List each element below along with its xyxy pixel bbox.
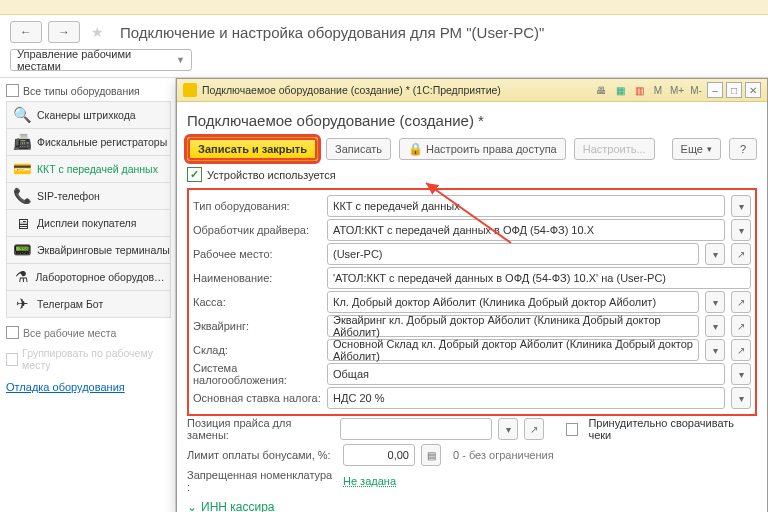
sidebar-category[interactable]: ✈Телеграм Бот bbox=[6, 290, 171, 318]
modal-heading: Подключаемое оборудование (создание) * bbox=[187, 112, 757, 129]
open-icon[interactable]: ↗ bbox=[731, 291, 751, 313]
sklad-field[interactable]: Основной Склад кл. Добрый доктор Айболит… bbox=[327, 339, 699, 361]
kassa-field[interactable]: Кл. Добрый доктор Айболит (Клиника Добры… bbox=[327, 291, 699, 313]
save-button[interactable]: Записать bbox=[326, 138, 391, 160]
nav-back[interactable]: ← bbox=[10, 21, 42, 43]
type-field[interactable]: ККТ с передачей данных bbox=[327, 195, 725, 217]
taxsys-field[interactable]: Общая bbox=[327, 363, 725, 385]
category-label: ККТ с передачей данных bbox=[37, 163, 158, 175]
dropdown-icon[interactable]: ▾ bbox=[705, 339, 725, 361]
inn-section-toggle[interactable]: ⌄ИНН кассира bbox=[187, 500, 757, 512]
taxrate-field[interactable]: НДС 20 % bbox=[327, 387, 725, 409]
category-icon: 📞 bbox=[7, 187, 37, 205]
sidebar-category[interactable]: ⚗Лабороторное оборудование bbox=[6, 263, 171, 290]
category-icon: ⚗ bbox=[7, 268, 35, 286]
category-icon: 📟 bbox=[7, 241, 37, 259]
bonus-field[interactable]: 0,00 bbox=[343, 444, 415, 466]
category-icon: ✈ bbox=[7, 295, 37, 313]
driver-field[interactable]: АТОЛ:ККТ с передачей данных в ОФД (54-ФЗ… bbox=[327, 219, 725, 241]
category-label: Сканеры штрихкода bbox=[37, 109, 136, 121]
group-by-check[interactable]: Группировать по рабочему месту bbox=[6, 347, 171, 371]
highlighted-form-block: Тип оборудования:ККТ с передачей данных▾… bbox=[187, 188, 757, 416]
workplace-field[interactable]: (User-PC) bbox=[327, 243, 699, 265]
dropdown-icon[interactable]: ▾ bbox=[731, 195, 751, 217]
star-icon[interactable]: ★ bbox=[86, 22, 108, 42]
app-icon bbox=[183, 83, 197, 97]
dropdown-icon[interactable]: ▾ bbox=[498, 418, 518, 440]
lock-icon: 🔒 bbox=[408, 142, 423, 156]
modal-configure: Настроить... bbox=[574, 138, 655, 160]
category-label: Эквайринговые терминалы bbox=[37, 244, 170, 256]
dropdown-icon[interactable]: ▾ bbox=[705, 243, 725, 265]
category-icon: 🔍 bbox=[7, 106, 37, 124]
dropdown-icon[interactable]: ▾ bbox=[705, 315, 725, 337]
pricelist-field[interactable] bbox=[340, 418, 492, 440]
sidebar-category[interactable]: 📟Эквайринговые терминалы bbox=[6, 236, 171, 263]
category-label: Лабороторное оборудование bbox=[35, 271, 170, 283]
device-used-check[interactable]: ✓ Устройство используется bbox=[187, 167, 757, 182]
sidebar-category[interactable]: 🖥Дисплеи покупателя bbox=[6, 209, 171, 236]
dropdown-icon[interactable]: ▾ bbox=[705, 291, 725, 313]
stepper-icon[interactable]: ▤ bbox=[421, 444, 441, 466]
category-label: Дисплеи покупателя bbox=[37, 217, 136, 229]
equipment-modal: Подключаемое оборудование (создание) * (… bbox=[176, 78, 768, 512]
open-icon[interactable]: ↗ bbox=[731, 339, 751, 361]
category-label: Телеграм Бот bbox=[37, 298, 103, 310]
sidebar-category[interactable]: 🔍Сканеры штрихкода bbox=[6, 101, 171, 128]
category-icon: 📠 bbox=[7, 133, 37, 151]
category-label: SIP-телефон bbox=[37, 190, 100, 202]
sidebar-category[interactable]: 💳ККТ с передачей данных bbox=[6, 155, 171, 182]
fold-checks-check[interactable] bbox=[566, 423, 579, 436]
dropdown-icon[interactable]: ▾ bbox=[731, 363, 751, 385]
dropdown-icon[interactable]: ▾ bbox=[731, 219, 751, 241]
open-icon[interactable]: ↗ bbox=[524, 418, 544, 440]
save-close-button[interactable]: Записать и закрыть bbox=[187, 137, 318, 161]
tb-m-icon[interactable]: M bbox=[650, 82, 666, 98]
rights-button[interactable]: 🔒Настроить права доступа bbox=[399, 138, 566, 160]
all-workplaces-check[interactable]: Все рабочие места bbox=[6, 326, 171, 339]
open-icon[interactable]: ↗ bbox=[731, 315, 751, 337]
forbidden-link[interactable]: Не задана bbox=[343, 475, 396, 487]
nav-forward[interactable]: → bbox=[48, 21, 80, 43]
tb-close-icon[interactable]: ✕ bbox=[745, 82, 761, 98]
open-icon[interactable]: ↗ bbox=[731, 243, 751, 265]
tb-calc-icon[interactable]: ▥ bbox=[631, 82, 647, 98]
tb-mminus-icon[interactable]: M- bbox=[688, 82, 704, 98]
name-field[interactable]: 'АТОЛ:ККТ с передачей данных в ОФД (54-Ф… bbox=[327, 267, 751, 289]
chevron-down-icon: ⌄ bbox=[187, 500, 197, 512]
page-title: Подключение и настройка оборудования для… bbox=[120, 24, 544, 41]
acq-field[interactable]: Эквайринг кл. Добрый доктор Айболит (Кли… bbox=[327, 315, 699, 337]
tb-mplus-icon[interactable]: M+ bbox=[669, 82, 685, 98]
category-icon: 🖥 bbox=[7, 215, 37, 232]
workplace-manage-combo[interactable]: Управление рабочими местами▼ bbox=[10, 49, 192, 71]
modal-help[interactable]: ? bbox=[729, 138, 757, 160]
tb-grid-icon[interactable]: ▦ bbox=[612, 82, 628, 98]
modal-more[interactable]: Еще▾ bbox=[672, 138, 721, 160]
tb-print-icon[interactable]: 🖶 bbox=[593, 82, 609, 98]
debug-link[interactable]: Отладка оборудования bbox=[6, 381, 171, 393]
sidebar-category[interactable]: 📠Фискальные регистраторы bbox=[6, 128, 171, 155]
checkmark-icon: ✓ bbox=[187, 167, 202, 182]
tb-min-icon[interactable]: – bbox=[707, 82, 723, 98]
category-label: Фискальные регистраторы bbox=[37, 136, 167, 148]
tb-max-icon[interactable]: □ bbox=[726, 82, 742, 98]
category-icon: 💳 bbox=[7, 160, 37, 178]
all-types-checkbox[interactable]: Все типы оборудования bbox=[6, 84, 171, 97]
dropdown-icon[interactable]: ▾ bbox=[731, 387, 751, 409]
sidebar-category[interactable]: 📞SIP-телефон bbox=[6, 182, 171, 209]
